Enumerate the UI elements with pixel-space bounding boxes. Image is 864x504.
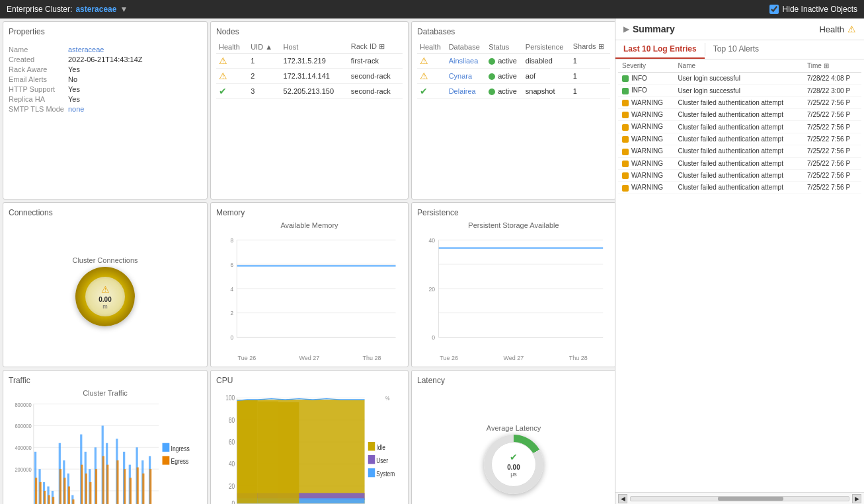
svg-text:System: System (376, 470, 395, 478)
svg-rect-101 (368, 442, 375, 450)
status-dot (489, 73, 495, 80)
table-row: WARNING Cluster failed authentication at… (618, 109, 861, 121)
severity-dot (622, 172, 629, 179)
tab-top-10-alerts[interactable]: Top 10 Alerts (705, 40, 767, 59)
svg-text:20: 20 (229, 482, 235, 490)
svg-text:6: 6 (230, 261, 233, 268)
scroll-left-button[interactable]: ◀ (618, 494, 627, 503)
right-header-left: ▶ Summary (623, 24, 675, 34)
table-row: WARNING Cluster failed authentication at… (618, 121, 861, 133)
persistence-chart: 40 20 0 (417, 232, 610, 353)
svg-text:User: User (376, 456, 388, 464)
cluster-label: Enterprise Cluster: (7, 5, 72, 14)
svg-text:200000: 200000 (15, 466, 31, 473)
persistence-x-labels: Tue 26Wed 27Thu 28 (417, 355, 610, 361)
table-row: ⚠ Cynara active aof 1 (417, 69, 610, 84)
db-col-persistence: Persistence (523, 40, 570, 54)
expand-arrow-icon[interactable]: ▶ (623, 24, 629, 34)
svg-text:600000: 600000 (15, 423, 31, 430)
svg-rect-62 (72, 499, 74, 504)
svg-text:Ingress: Ingress (171, 445, 189, 452)
prop-smtp-tls: SMTP TLS Mode none (9, 105, 202, 113)
table-row: WARNING Cluster failed authentication at… (618, 145, 861, 157)
svg-rect-65 (89, 482, 91, 504)
db-col-name: Database (446, 40, 486, 54)
svg-text:2: 2 (230, 310, 233, 317)
dropdown-arrow-icon[interactable]: ▼ (120, 5, 128, 14)
svg-text:4: 4 (230, 285, 233, 293)
table-row: ⚠ 1 172.31.5.219 first-rack (216, 54, 403, 69)
traffic-chart-title: Cluster Traffic (9, 389, 202, 397)
prop-replica-ha: Replica HA Yes (9, 95, 202, 103)
tab-last-10-log[interactable]: Last 10 Log Entries (615, 40, 705, 59)
scroll-track[interactable] (630, 496, 849, 501)
memory-card: Memory Available Memory 8 6 4 2 0 (210, 202, 409, 367)
prop-email-alerts: Email Alerts No (9, 75, 202, 83)
memory-chart: 8 6 4 2 0 (216, 232, 403, 353)
cpu-chart: 100 80 60 40 20 0 (216, 389, 403, 504)
log-table-wrap[interactable]: Severity Name Time ⊞ INFO User login suc… (615, 59, 864, 492)
table-row: INFO User login successful 7/28/22 3:00 … (618, 85, 861, 96)
cluster-name[interactable]: asteraceae (75, 5, 116, 14)
health-warn-icon: ⚠ (847, 24, 856, 34)
svg-rect-103 (368, 455, 375, 464)
latency-check-icon: ✔ (510, 452, 518, 462)
latency-gauge-inner: ✔ 0.00 μs (491, 442, 536, 487)
gauge-unit: m (102, 303, 108, 310)
nodes-col-uid[interactable]: UID ▲ (248, 40, 280, 54)
prop-created: Created 2022-06-21T14:43:14Z (9, 55, 202, 63)
log-col-time: Time ⊞ (803, 59, 861, 73)
severity-dot (622, 136, 629, 143)
svg-rect-61 (68, 486, 70, 504)
latency-title: Latency (417, 376, 610, 385)
right-header: ▶ Summary Health ⚠ (615, 18, 864, 40)
svg-rect-67 (102, 456, 104, 504)
svg-rect-71 (130, 478, 132, 504)
right-panel: ▶ Summary Health ⚠ Last 10 Log Entries T… (615, 18, 864, 504)
svg-text:800000: 800000 (15, 401, 31, 408)
severity-dot (622, 124, 629, 131)
svg-rect-55 (40, 482, 42, 504)
traffic-card: Traffic Cluster Traffic 800000 600000 40… (3, 370, 208, 504)
memory-chart-area: Available Memory 8 6 4 2 0 (216, 221, 403, 361)
svg-rect-59 (59, 469, 61, 504)
svg-text:100: 100 (225, 394, 235, 402)
prop-http-support: HTTP Support Yes (9, 85, 202, 93)
latency-gauge: ✔ 0.00 μs (484, 435, 543, 494)
svg-text:%: % (385, 394, 390, 402)
table-row: ✔ Delairea active snapshot 1 (417, 84, 610, 99)
memory-title: Memory (216, 208, 403, 217)
traffic-chart-area: Cluster Traffic 800000 600000 400000 200… (9, 389, 202, 504)
db-col-health: Health (417, 40, 446, 54)
summary-title: Summary (633, 24, 675, 34)
gauge-inner: ⚠ 0.00 m (85, 277, 125, 316)
svg-rect-73 (142, 474, 144, 504)
log-tabs: Last 10 Log Entries Top 10 Alerts (615, 40, 864, 59)
health-warn-icon: ⚠ (219, 71, 227, 81)
left-panels: Properties Name asteraceae Created 2022-… (0, 18, 615, 504)
table-row: WARNING Cluster failed authentication at… (618, 169, 861, 181)
svg-text:0: 0 (230, 334, 233, 342)
persistence-card: Persistence Persistent Storage Available… (411, 202, 615, 367)
hide-inactive-checkbox[interactable] (769, 5, 779, 14)
hide-inactive-label: Hide Inactive Objects (783, 5, 857, 14)
scroll-thumb (718, 497, 783, 501)
table-row: WARNING Cluster failed authentication at… (618, 133, 861, 145)
right-footer: ◀ ▶ (615, 492, 864, 504)
severity-dot (622, 88, 629, 94)
svg-text:80: 80 (229, 416, 235, 424)
databases-card: Databases Health Database Status Persist… (411, 21, 615, 199)
svg-rect-56 (44, 491, 46, 504)
topbar: Enterprise Cluster: asteraceae ▼ Hide In… (0, 0, 864, 18)
severity-dot (622, 112, 629, 118)
db-col-shards: Shards ⊞ (570, 40, 610, 54)
svg-rect-54 (35, 478, 37, 504)
connections-title: Connections (9, 208, 202, 217)
nodes-table: Health UID ▲ Host Rack ID ⊞ ⚠ 1 172.31.5… (216, 40, 403, 99)
scroll-right-button[interactable]: ▶ (852, 494, 861, 503)
svg-rect-72 (137, 468, 139, 504)
svg-rect-96 (237, 400, 257, 503)
svg-rect-97 (258, 402, 278, 504)
latency-chart-title: Average Latency (487, 424, 541, 432)
svg-rect-68 (106, 465, 108, 504)
